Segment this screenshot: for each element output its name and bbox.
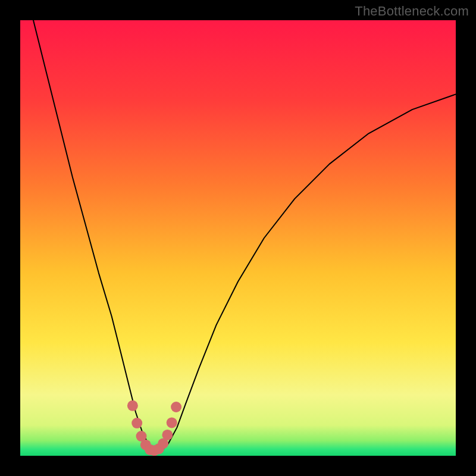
trough-marker [167,417,177,428]
trough-marker [162,430,173,440]
trough-markers [127,400,181,456]
trough-marker [131,418,142,428]
curve-layer [20,20,456,456]
trough-marker [171,402,181,412]
trough-marker [127,400,138,411]
bottleneck-curve [33,20,456,450]
watermark-text: TheBottleneck.com [355,4,469,19]
chart-frame: TheBottleneck.com [0,0,476,476]
plot-area [20,20,456,456]
